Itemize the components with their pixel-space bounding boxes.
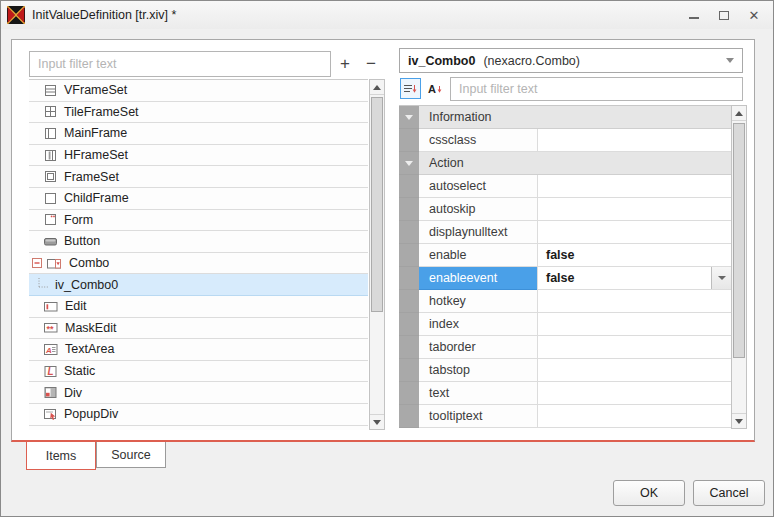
tree-item-vframeset[interactable]: VFrameSet bbox=[29, 80, 368, 102]
property-row-enable[interactable]: enable false bbox=[399, 244, 731, 267]
maximize-button[interactable] bbox=[709, 1, 739, 29]
tree-item-hframeset[interactable]: HFrameSet bbox=[29, 145, 368, 167]
property-value[interactable]: false bbox=[537, 267, 731, 290]
tree-item-static[interactable]: L Static bbox=[29, 361, 368, 383]
property-grid: Information cssclass Action autoselect a… bbox=[399, 105, 731, 429]
tree-item-edit[interactable]: Edit bbox=[29, 296, 368, 318]
property-row-cssclass[interactable]: cssclass bbox=[399, 129, 731, 152]
ok-button[interactable]: OK bbox=[613, 480, 685, 506]
property-value[interactable] bbox=[537, 175, 731, 198]
alphabetic-sort-button[interactable]: A bbox=[425, 78, 446, 99]
tree-item-textarea[interactable]: A TextArea bbox=[29, 339, 368, 361]
tree-item-button[interactable]: Button bbox=[29, 231, 368, 253]
tree-item-tileframeset[interactable]: TileFrameSet bbox=[29, 102, 368, 124]
property-value[interactable] bbox=[537, 359, 731, 382]
property-value[interactable] bbox=[537, 382, 731, 405]
close-icon: ✕ bbox=[749, 8, 760, 23]
property-value[interactable]: false bbox=[537, 244, 731, 267]
app-icon bbox=[7, 6, 25, 24]
mainframe-icon bbox=[44, 127, 57, 140]
alpha-sort-icon: A bbox=[428, 83, 436, 95]
property-row-hotkey[interactable]: hotkey bbox=[399, 290, 731, 313]
div-icon bbox=[44, 386, 57, 399]
property-scrollbar[interactable] bbox=[731, 105, 747, 429]
property-value[interactable] bbox=[537, 336, 731, 359]
section-collapse-icon[interactable] bbox=[399, 152, 419, 175]
section-row-information[interactable]: Information bbox=[399, 106, 731, 129]
property-row-index[interactable]: index bbox=[399, 313, 731, 336]
object-selector-combo[interactable]: iv_Combo0 (nexacro.Combo) bbox=[399, 48, 743, 73]
collapse-minus-icon[interactable] bbox=[32, 258, 42, 268]
textarea-icon: A bbox=[44, 343, 58, 356]
dialog-window: InitValueDefinition [tr.xiv] * ✕ + − VFr… bbox=[0, 0, 774, 517]
add-item-button[interactable]: + bbox=[334, 53, 356, 75]
scroll-up-icon[interactable] bbox=[370, 80, 384, 95]
property-value[interactable] bbox=[537, 129, 731, 152]
tree-branch-icon bbox=[36, 278, 50, 291]
tree-scrollbar[interactable] bbox=[369, 79, 385, 430]
close-button[interactable]: ✕ bbox=[739, 1, 769, 29]
object-name: iv_Combo0 bbox=[408, 54, 475, 68]
property-row-autoskip[interactable]: autoskip bbox=[399, 198, 731, 221]
tab-source[interactable]: Source bbox=[96, 442, 166, 468]
property-value[interactable] bbox=[537, 198, 731, 221]
cancel-button[interactable]: Cancel bbox=[693, 480, 765, 506]
form-icon bbox=[44, 213, 57, 226]
popupdiv-icon bbox=[44, 408, 57, 421]
tree-item-form[interactable]: Form bbox=[29, 210, 368, 232]
tree-item-combo[interactable]: Combo bbox=[29, 253, 368, 275]
left-filter-input[interactable] bbox=[29, 51, 331, 77]
edit-icon bbox=[44, 300, 58, 313]
maximize-icon bbox=[719, 11, 729, 20]
svg-text:A: A bbox=[45, 345, 52, 354]
svg-text:L: L bbox=[48, 366, 54, 377]
window-title: InitValueDefinition [tr.xiv] * bbox=[32, 8, 176, 22]
titlebar[interactable]: InitValueDefinition [tr.xiv] * ✕ bbox=[1, 1, 773, 29]
remove-item-button[interactable]: − bbox=[360, 53, 382, 75]
scroll-up-icon[interactable] bbox=[732, 106, 746, 121]
property-row-taborder[interactable]: taborder bbox=[399, 336, 731, 359]
property-value[interactable] bbox=[537, 313, 731, 336]
hframeset-icon bbox=[44, 149, 57, 162]
button-icon bbox=[44, 235, 57, 248]
property-row-tooltiptext[interactable]: tooltiptext bbox=[399, 405, 731, 428]
property-filter-input[interactable] bbox=[450, 77, 743, 101]
minimize-icon bbox=[689, 17, 699, 19]
section-row-action[interactable]: Action bbox=[399, 152, 731, 175]
property-scrollbar-thumb[interactable] bbox=[733, 123, 745, 358]
tree-item-frameset[interactable]: FrameSet bbox=[29, 166, 368, 188]
vframeset-icon bbox=[44, 84, 57, 97]
dropdown-icon bbox=[718, 276, 726, 280]
radio-icon bbox=[44, 429, 57, 430]
static-icon: L bbox=[44, 365, 57, 378]
tree-item-mainframe[interactable]: MainFrame bbox=[29, 123, 368, 145]
property-row-autoselect[interactable]: autoselect bbox=[399, 175, 731, 198]
childframe-icon bbox=[44, 192, 57, 205]
tree-scrollbar-thumb[interactable] bbox=[371, 97, 383, 312]
minimize-button[interactable] bbox=[679, 1, 709, 29]
categorized-sort-button[interactable] bbox=[400, 78, 421, 99]
property-row-displaynulltext[interactable]: displaynulltext bbox=[399, 221, 731, 244]
value-dropdown-button[interactable] bbox=[711, 267, 731, 289]
tree-item-radio[interactable]: Radio bbox=[29, 426, 368, 431]
tab-items[interactable]: Items bbox=[26, 442, 96, 470]
tree-item-childframe[interactable]: ChildFrame bbox=[29, 188, 368, 210]
tree-item-div[interactable]: Div bbox=[29, 382, 368, 404]
property-row-text[interactable]: text bbox=[399, 382, 731, 405]
scroll-down-icon[interactable] bbox=[370, 414, 384, 429]
tree-item-popupdiv[interactable]: PopupDiv bbox=[29, 404, 368, 426]
tree-item-iv-combo0[interactable]: iv_Combo0 bbox=[29, 274, 368, 296]
property-row-enableevent[interactable]: enableevent false bbox=[399, 267, 731, 290]
object-type: (nexacro.Combo) bbox=[483, 54, 580, 68]
property-value[interactable] bbox=[537, 290, 731, 313]
property-value[interactable] bbox=[537, 405, 731, 428]
property-row-tabstop[interactable]: tabstop bbox=[399, 359, 731, 382]
property-value[interactable] bbox=[537, 221, 731, 244]
maskedit-icon: ** bbox=[44, 321, 58, 334]
scroll-down-icon[interactable] bbox=[732, 413, 746, 428]
tree-item-maskedit[interactable]: ** MaskEdit bbox=[29, 318, 368, 340]
component-tree: VFrameSet TileFrameSet MainFrame HFrameS… bbox=[29, 79, 368, 430]
content-panel: + − VFrameSet TileFrameSet MainFrame HFr… bbox=[11, 39, 755, 442]
tileframeset-icon bbox=[44, 105, 57, 118]
section-collapse-icon[interactable] bbox=[399, 106, 419, 129]
